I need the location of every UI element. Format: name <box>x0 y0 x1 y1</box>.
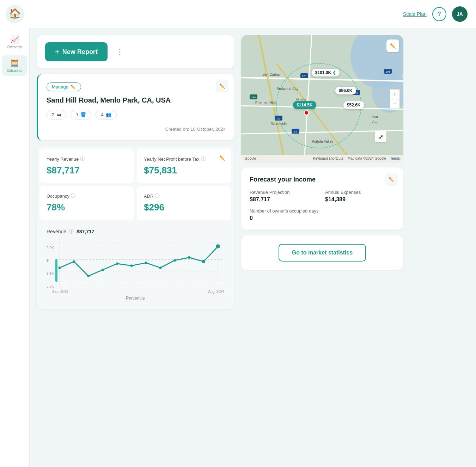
forecast-title: Forecast your Income <box>250 176 395 183</box>
svg-point-12 <box>145 262 147 264</box>
scale-plan-link[interactable]: Scale Plan <box>403 11 427 17</box>
y-label-mid1: $ <box>47 259 54 263</box>
svg-text:101: 101 <box>385 70 390 73</box>
revenue-chart-svg <box>60 239 224 288</box>
calculator-label: Calculator <box>7 69 23 73</box>
revenue-projection-label: Revenue Projection <box>250 190 319 195</box>
occupancy-tile: Occupancy ⓘ 78% <box>39 186 134 220</box>
market-stats-button[interactable]: Go to market statistics <box>279 244 366 262</box>
svg-text:101: 101 <box>302 75 307 78</box>
svg-point-7 <box>73 260 75 263</box>
svg-text:35: 35 <box>277 117 280 120</box>
revenue-amount: $87,717 <box>77 229 94 234</box>
sidebar-item-calculator[interactable]: 🧮 Calculator <box>2 55 28 76</box>
yearly-revenue-value: $87,717 <box>47 165 127 176</box>
app-logo: 🏠 <box>6 5 24 25</box>
price-bubble-96k[interactable]: $96.0K <box>335 87 356 94</box>
y-label-bottom: 5.6K <box>47 284 54 288</box>
x-label-start: Sep, 2023 <box>52 290 68 294</box>
svg-text:Emerald Hills: Emerald Hills <box>255 101 276 105</box>
adr-label: ADR ⓘ <box>144 193 224 199</box>
left-panel: + New Report ⋮ ✏️ Manage ✏️ Sand Hill Ro… <box>37 35 234 460</box>
yearly-revenue-info-icon[interactable]: ⓘ <box>80 156 85 162</box>
map-controls: + − <box>390 89 400 109</box>
revenue-header: Revenue ⓘ $87,717 <box>47 228 224 235</box>
svg-text:Atherto: Atherto <box>296 98 306 101</box>
svg-point-14 <box>174 259 176 262</box>
map-terms-link[interactable]: Terms <box>390 156 400 160</box>
new-report-button[interactable]: + New Report <box>45 42 108 61</box>
owner-days-label: Number of owner's occupied days <box>250 208 395 214</box>
overview-icon: 📈 <box>10 35 19 44</box>
baths-badge: 1 🪣 <box>71 110 91 119</box>
sidebar: 📈 Overview 🧮 Calculator <box>0 0 30 467</box>
annual-expenses-value: $14,389 <box>325 196 395 203</box>
svg-text:Portola Valley: Portola Valley <box>312 140 333 143</box>
header-right: Scale Plan ? JA <box>403 6 468 22</box>
occupancy-info-icon[interactable]: ⓘ <box>71 193 75 199</box>
price-bubble-52k[interactable]: $52.6K <box>343 101 364 109</box>
net-profit-value: $75,831 <box>144 165 224 176</box>
guests-badge: 4 👥 <box>96 110 116 119</box>
beds-badge: 2 🛏 <box>47 110 66 119</box>
more-options-button[interactable]: ⋮ <box>113 44 127 59</box>
map-data-label: Map data ©2024 Google <box>348 156 386 160</box>
svg-point-30 <box>304 111 309 115</box>
user-avatar[interactable]: JA <box>452 6 468 22</box>
property-edit-button[interactable]: ✏️ <box>216 80 228 92</box>
created-date: Created on: 16 October, 2024 <box>47 127 226 132</box>
property-features: 2 🛏 1 🪣 4 👥 <box>47 110 226 119</box>
map-google-logo: Google <box>245 156 256 160</box>
metrics-edit-button[interactable]: ✏️ <box>216 152 228 164</box>
revenue-section: Revenue ⓘ $87,717 9.9K $ 7.1K 5.6K <box>39 223 231 306</box>
annual-expenses-label: Annual Expenses <box>325 190 395 195</box>
svg-text:San Carlos: San Carlos <box>262 73 280 76</box>
percentile-label: Percentile <box>47 296 224 301</box>
top-header: 🏠 Scale Plan ? JA <box>0 0 476 28</box>
revenue-projection-value: $87,717 <box>250 196 319 203</box>
net-profit-label: Yearly Net Profit before Tax ⓘ <box>144 156 224 162</box>
property-card: ✏️ Manage ✏️ Sand Hill Road, Menlo Park,… <box>37 74 234 140</box>
calculator-icon: 🧮 <box>10 59 19 67</box>
svg-text:Vi...: Vi... <box>372 120 377 123</box>
baths-count: 1 <box>76 112 78 117</box>
svg-point-16 <box>202 260 205 263</box>
price-bubble-114k[interactable]: $114.5K <box>293 101 316 109</box>
forecast-grid: Revenue Projection $87,717 Annual Expens… <box>250 190 395 221</box>
manage-label: Manage <box>52 84 68 90</box>
revenue-chart-info-icon[interactable]: ⓘ <box>69 228 74 235</box>
forecast-card: ✏️ Forecast your Income Revenue Projecti… <box>241 167 403 230</box>
zoom-in-button[interactable]: + <box>390 89 400 99</box>
map-edit-button[interactable]: ✏️ <box>386 39 399 52</box>
owner-days-value: 0 <box>250 215 395 221</box>
yearly-revenue-label: Yearly Revenue ⓘ <box>47 156 127 162</box>
svg-text:🏠: 🏠 <box>9 8 21 19</box>
new-report-card: + New Report ⋮ <box>37 35 234 68</box>
chart-green-bar <box>55 259 58 282</box>
x-label-end: Aug, 2024 <box>208 290 224 294</box>
manage-badge[interactable]: Manage ✏️ <box>47 82 81 91</box>
pencil-icon: ✏️ <box>219 84 225 89</box>
sidebar-item-overview[interactable]: 📈 Overview <box>2 32 28 53</box>
map-area: San Carlos Redwood City Emerald Hills At… <box>241 35 403 155</box>
net-profit-info-icon[interactable]: ⓘ <box>201 156 206 162</box>
help-button[interactable]: ? <box>432 7 446 21</box>
bed-icon: 🛏 <box>56 112 61 117</box>
main-content: + New Report ⋮ ✏️ Manage ✏️ Sand Hill Ro… <box>30 28 476 467</box>
keyboard-shortcuts-link[interactable]: Keyboard shortcuts <box>313 156 343 160</box>
adr-info-icon[interactable]: ⓘ <box>155 193 159 199</box>
zoom-out-button[interactable]: − <box>390 99 400 109</box>
property-address: Sand Hill Road, Menlo Park, CA, USA <box>47 96 226 104</box>
price-bubble-101k[interactable]: $101.0K ❮ <box>312 69 340 76</box>
yearly-revenue-tile: Yearly Revenue ⓘ $87,717 <box>39 149 134 183</box>
map-fullscreen-button[interactable]: ⤢ <box>375 131 386 142</box>
manage-edit-icon: ✏️ <box>71 85 76 90</box>
metrics-card: ✏️ Yearly Revenue ⓘ $87,717 Yearly Net P… <box>37 146 234 309</box>
svg-point-9 <box>102 269 104 271</box>
svg-text:280: 280 <box>251 96 256 99</box>
forecast-edit-button[interactable]: ✏️ <box>385 173 398 186</box>
right-panel: ✏️ <box>241 35 403 460</box>
annual-expenses-item: Annual Expenses $14,389 <box>325 190 395 203</box>
revenue-projection-item: Revenue Projection $87,717 <box>250 190 319 203</box>
occupancy-label: Occupancy ⓘ <box>47 193 127 199</box>
